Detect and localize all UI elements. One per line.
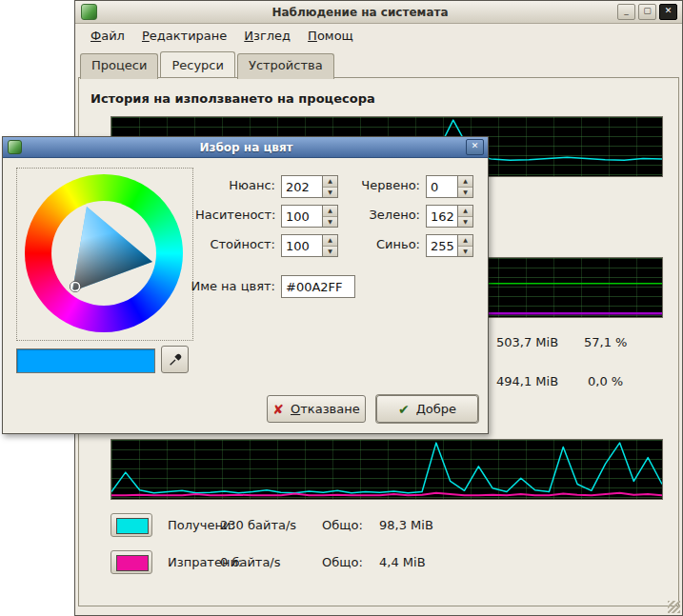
color-name-label: Име на цвят: [184,276,275,297]
value-spinner[interactable]: ▲▼ [281,234,338,257]
sent-rate: 0 байта/s [220,555,281,569]
spin-down-icon[interactable]: ▼ [323,187,337,198]
memory-percent-value: 57,1 % [584,335,627,349]
saturation-value-triangle[interactable] [51,201,156,306]
hue-spinner[interactable]: ▲▼ [281,175,338,198]
titlebar[interactable]: Наблюдение на системата _ ▢ ✕ [75,1,682,24]
saturation-spinner[interactable]: ▲▼ [281,205,338,228]
cpu-history-heading: История на използването на процесора [90,91,375,106]
value-input[interactable] [282,235,322,256]
received-total-label: Общо: [322,518,363,532]
blue-input[interactable] [427,235,457,256]
resize-grip[interactable] [668,601,680,613]
cancel-button[interactable]: ✘ Отказване [267,395,366,423]
network-chart-lines [111,440,662,499]
green-spinner[interactable]: ▲▼ [426,205,473,228]
dialog-app-icon [8,140,22,154]
red-spinner[interactable]: ▲▼ [426,175,473,198]
cancel-button-label: Отказване [291,402,360,416]
spin-up-icon[interactable]: ▲ [323,176,337,187]
menu-edit[interactable]: Редактиране [134,27,234,45]
color-picker-dialog: Избор на цвят ✕ [2,136,489,434]
dialog-titlebar[interactable]: Избор на цвят ✕ [3,137,488,158]
saturation-input[interactable] [282,206,322,227]
network-history-chart [110,439,663,500]
minimize-button[interactable]: _ [617,4,635,20]
sent-color-swatch [116,555,149,571]
spin-up-icon[interactable]: ▲ [323,206,337,216]
green-input[interactable] [427,206,457,227]
tab-resources[interactable]: Ресурси [160,51,235,77]
blue-label: Синьо: [340,234,420,255]
window-title: Наблюдение на системата [103,6,617,19]
tab-processes[interactable]: Процеси [80,53,158,79]
spin-up-icon[interactable]: ▲ [323,235,337,246]
spin-down-icon[interactable]: ▼ [458,216,472,228]
green-label: Зелено: [340,205,420,226]
app-icon [81,4,97,20]
sent-total-label: Общо: [322,555,363,569]
maximize-button[interactable]: ▢ [638,4,656,20]
selected-color-preview [16,348,155,373]
color-name-input[interactable] [282,276,354,297]
swap-total-value: 494,1 MiB [496,374,558,388]
blue-spinner[interactable]: ▲▼ [426,234,473,257]
eyedropper-button[interactable] [161,346,189,373]
red-input[interactable] [427,176,457,197]
tab-devices[interactable]: Устройства [237,53,334,79]
dialog-close-button[interactable]: ✕ [466,139,484,155]
hue-input[interactable] [282,176,322,197]
received-rate: 230 байта/s [220,518,296,532]
sent-color-button[interactable] [110,550,152,574]
menubar: Файл Редактиране Изглед Помощ [75,24,682,48]
eyedropper-icon [168,352,183,368]
spin-up-icon[interactable]: ▲ [458,235,472,246]
received-total: 98,3 MiB [379,518,433,532]
spin-up-icon[interactable]: ▲ [458,176,472,187]
menu-help[interactable]: Помощ [300,27,361,45]
ok-check-icon: ✔ [398,402,410,417]
close-button[interactable]: ✕ [659,4,677,20]
spin-down-icon[interactable]: ▼ [458,246,472,257]
sent-total: 4,4 MiB [379,555,426,569]
menu-view[interactable]: Изглед [236,27,298,45]
menu-file[interactable]: Файл [83,27,132,45]
saturation-label: Наситеност: [195,205,275,226]
color-wheel-area[interactable] [16,168,193,341]
color-name-entry[interactable] [281,275,355,298]
memory-total-value: 503,7 MiB [496,335,558,349]
window-controls: _ ▢ ✕ [617,4,677,20]
ok-button[interactable]: ✔ Добре [376,395,478,423]
received-color-button[interactable] [110,513,152,537]
tab-bar: Процеси Ресурси Устройства [80,51,682,77]
spin-up-icon[interactable]: ▲ [458,206,472,216]
dialog-title: Избор на цвят [27,141,466,154]
hue-label: Нюанс: [195,175,275,196]
red-label: Червено: [340,175,420,196]
value-label: Стойност: [195,234,275,255]
spin-down-icon[interactable]: ▼ [323,246,337,257]
received-color-swatch [116,518,149,534]
cancel-x-icon: ✘ [272,402,284,417]
ok-button-label: Добре [416,402,456,416]
spin-down-icon[interactable]: ▼ [323,216,337,228]
swap-percent-value: 0,0 % [588,374,623,388]
spin-down-icon[interactable]: ▼ [458,187,472,198]
